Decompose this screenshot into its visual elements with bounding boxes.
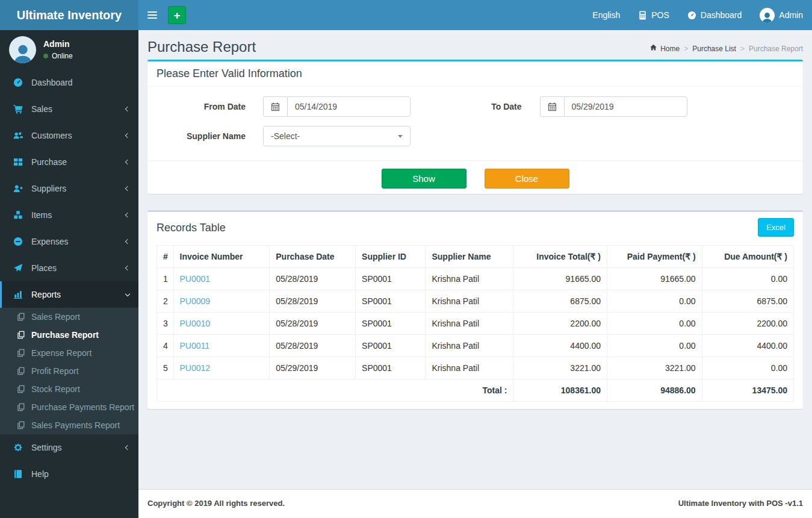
invoice-link[interactable]: PU0011	[180, 341, 210, 351]
brand-logo[interactable]: Ultimate Inventory	[0, 0, 138, 30]
sidebar-user-name: Admin	[43, 39, 73, 49]
dashboard-icon	[687, 11, 696, 20]
sidebar-toggle-button[interactable]	[138, 0, 166, 30]
breadcrumb-purchase-list[interactable]: Purchase List	[692, 45, 736, 53]
avatar	[9, 36, 36, 63]
total-paid: 94886.00	[607, 379, 702, 402]
sidebar-item-reports[interactable]: Reports	[0, 281, 138, 308]
dashboard-link[interactable]: Dashboard	[678, 0, 751, 30]
records-panel: Records Table Excel # Invoice Number Pur…	[147, 210, 803, 409]
to-date-label: To Date	[476, 96, 540, 117]
breadcrumb-current: Purchase Report	[749, 45, 803, 53]
sidebar-item-purchase-payments-report[interactable]: Purchase Payments Report	[0, 398, 138, 416]
col-supplier-id: Supplier ID	[356, 246, 426, 268]
home-icon	[649, 44, 657, 53]
total-label: Total :	[157, 379, 513, 402]
excel-export-button[interactable]: Excel	[758, 218, 794, 237]
col-supplier-name: Supplier Name	[426, 246, 513, 268]
chevron-left-icon	[125, 107, 130, 111]
invoice-link[interactable]: PU0010	[180, 319, 211, 328]
sidebar-user-panel: Admin Online	[0, 30, 138, 69]
chevron-left-icon	[125, 160, 130, 164]
table-row: 2 PU0009 05/28/2019 SP0001 Krishna Patil…	[157, 290, 794, 313]
version-text: Ultimate Inventory with POS -v1.1	[678, 499, 803, 509]
table-total-row: Total : 108361.00 94886.00 13475.00	[157, 379, 794, 402]
from-date-input[interactable]	[287, 96, 411, 117]
user-plus-icon	[13, 184, 25, 193]
files-icon	[17, 385, 26, 393]
sidebar-item-sales-report[interactable]: Sales Report	[0, 308, 138, 326]
col-paid-payment: Paid Payment(₹ )	[607, 246, 702, 268]
sidebar-item-items[interactable]: Items	[0, 202, 138, 228]
invoice-link[interactable]: PU0001	[180, 274, 211, 284]
sidebar-item-stock-report[interactable]: Stock Report	[0, 380, 138, 398]
sidebar-item-purchase-report[interactable]: Purchase Report	[0, 326, 138, 344]
sidebar-user-status[interactable]: Online	[43, 52, 73, 60]
files-icon	[17, 349, 26, 357]
table-row: 1 PU0001 05/28/2019 SP0001 Krishna Patil…	[157, 268, 794, 290]
sidebar-item-suppliers[interactable]: Suppliers	[0, 175, 138, 202]
tachometer-icon	[13, 78, 25, 87]
close-button[interactable]: Close	[485, 169, 569, 189]
to-date-input[interactable]	[564, 96, 687, 117]
cart-icon	[13, 104, 25, 114]
sidebar-item-expenses[interactable]: Expenses	[0, 228, 138, 255]
sidebar-item-profit-report[interactable]: Profit Report	[0, 362, 138, 380]
bar-chart-icon	[13, 290, 25, 299]
col-purchase-date: Purchase Date	[270, 246, 356, 268]
reports-submenu: Sales Report Purchase Report Expense Rep…	[0, 308, 138, 434]
online-status-dot	[43, 54, 48, 58]
total-due: 13475.00	[702, 379, 793, 402]
hamburger-icon	[147, 11, 157, 13]
records-panel-title: Records Table	[157, 222, 226, 234]
sidebar-item-purchase[interactable]: Purchase	[0, 149, 138, 175]
page-title: Purchase Report	[147, 39, 256, 55]
chevron-left-icon	[125, 133, 130, 138]
sidebar-item-settings[interactable]: Settings	[0, 434, 138, 461]
language-menu[interactable]: English	[583, 0, 629, 30]
sidebar-item-help[interactable]: Help	[0, 461, 138, 487]
grid-icon	[13, 157, 25, 167]
content-header: Purchase Report Home > Purchase List > P…	[138, 30, 812, 55]
chevron-left-icon	[125, 266, 130, 270]
sidebar: Admin Online Dashboard Sales Customers	[0, 30, 138, 518]
files-icon	[17, 331, 26, 339]
table-row: 3 PU0010 05/28/2019 SP0001 Krishna Patil…	[157, 313, 794, 335]
avatar	[760, 8, 775, 23]
supplier-name-label: Supplier Name	[157, 126, 263, 146]
total-invoice: 108361.00	[513, 379, 607, 402]
calendar-icon	[263, 96, 287, 117]
supplier-select[interactable]: -Select-	[263, 126, 411, 146]
col-invoice-number: Invoice Number	[173, 246, 270, 268]
filter-panel: Please Enter Valid Information From Date	[147, 60, 803, 194]
chevron-left-icon	[125, 445, 130, 450]
col-due-amount: Due Amount(₹ )	[702, 246, 793, 268]
cubes-icon	[13, 210, 25, 220]
minus-circle-icon	[13, 237, 25, 246]
pos-link[interactable]: POS	[629, 0, 678, 30]
invoice-link[interactable]: PU0012	[180, 363, 211, 373]
records-table: # Invoice Number Purchase Date Supplier …	[157, 245, 794, 402]
show-button[interactable]: Show	[382, 169, 466, 189]
quick-add-button[interactable]: +	[168, 6, 186, 24]
gears-icon	[13, 443, 25, 452]
sidebar-item-customers[interactable]: Customers	[0, 122, 138, 149]
chevron-left-icon	[125, 213, 130, 217]
sidebar-item-dashboard[interactable]: Dashboard	[0, 69, 138, 96]
breadcrumb-home[interactable]: Home	[649, 44, 680, 53]
navbar: + English POS Dashboard	[138, 0, 812, 30]
chevron-left-icon	[125, 186, 130, 191]
sidebar-item-sales[interactable]: Sales	[0, 96, 138, 122]
sidebar-item-sales-payments-report[interactable]: Sales Payments Report	[0, 416, 138, 434]
sidebar-item-places[interactable]: Places	[0, 255, 138, 281]
table-row: 5 PU0012 05/29/2019 SP0001 Krishna Patil…	[157, 357, 794, 379]
copyright-text: Copyright © 2019 All rights reserved.	[147, 499, 285, 509]
page-footer: Copyright © 2019 All rights reserved. Ul…	[138, 489, 812, 518]
sidebar-item-expense-report[interactable]: Expense Report	[0, 344, 138, 362]
users-icon	[13, 131, 25, 140]
invoice-link[interactable]: PU0009	[180, 296, 211, 306]
table-row: 4 PU0011 05/28/2019 SP0001 Krishna Patil…	[157, 335, 794, 357]
main-content: Please Enter Valid Information From Date	[138, 55, 812, 489]
user-menu[interactable]: Admin	[751, 0, 812, 30]
chevron-left-icon	[125, 239, 130, 244]
